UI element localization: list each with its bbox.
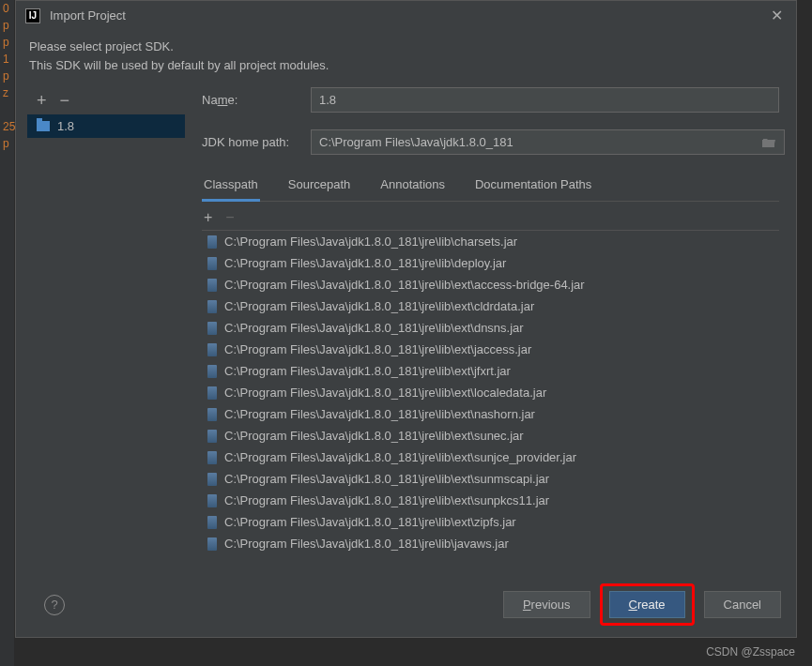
list-item[interactable]: C:\Program Files\Java\jdk1.8.0_181\jre\l… (202, 468, 779, 490)
cancel-button[interactable]: Cancel (704, 591, 781, 618)
name-row: Name: (202, 87, 779, 113)
jar-icon (207, 408, 217, 421)
list-item[interactable]: C:\Program Files\Java\jdk1.8.0_181\jre\l… (202, 425, 779, 447)
jar-path: C:\Program Files\Java\jdk1.8.0_181\jre\l… (224, 450, 576, 464)
list-item[interactable]: C:\Program Files\Java\jdk1.8.0_181\jre\l… (202, 511, 779, 533)
main-panel: Name: JDK home path: ClasspathSourcepath… (185, 87, 796, 572)
jar-path: C:\Program Files\Java\jdk1.8.0_181\jre\l… (224, 299, 534, 313)
help-icon[interactable]: ? (44, 595, 65, 615)
jdk-home-path-input[interactable] (311, 129, 785, 155)
sidebar-item-sdk[interactable]: 1.8 (27, 114, 185, 138)
sidebar-toolbar: + − (27, 87, 185, 114)
jar-icon (207, 257, 217, 270)
jar-icon (207, 494, 217, 507)
jar-icon (207, 235, 217, 249)
jar-path: C:\Program Files\Java\jdk1.8.0_181\jre\l… (224, 235, 517, 249)
jar-icon (207, 279, 217, 292)
tab-annotations[interactable]: Annotations (378, 172, 447, 201)
list-item[interactable]: C:\Program Files\Java\jdk1.8.0_181\jre\l… (202, 533, 779, 554)
tab-sourcepath[interactable]: Sourcepath (286, 172, 353, 201)
import-project-dialog: IJ Import Project ✕ Please select projec… (15, 0, 797, 638)
jar-path: C:\Program Files\Java\jdk1.8.0_181\jre\l… (224, 493, 549, 507)
jar-path: C:\Program Files\Java\jdk1.8.0_181\jre\l… (224, 256, 506, 270)
instructions-line-2: This SDK will be used by default by all … (29, 56, 783, 75)
jar-icon (207, 300, 217, 313)
jar-path: C:\Program Files\Java\jdk1.8.0_181\jre\l… (224, 321, 524, 335)
list-item[interactable]: C:\Program Files\Java\jdk1.8.0_181\jre\l… (202, 360, 779, 382)
jar-icon (207, 516, 217, 529)
jar-icon (207, 343, 217, 356)
sidebar-item-label: 1.8 (57, 119, 74, 133)
name-input[interactable] (311, 87, 779, 113)
tab-documentation-paths[interactable]: Documentation Paths (473, 172, 593, 201)
remove-sdk-button[interactable]: − (60, 91, 70, 111)
list-item[interactable]: C:\Program Files\Java\jdk1.8.0_181\jre\l… (202, 274, 779, 295)
browse-folder-icon[interactable] (758, 134, 779, 151)
app-icon: IJ (25, 8, 40, 23)
remove-classpath-button[interactable]: − (225, 209, 234, 226)
list-item[interactable]: C:\Program Files\Java\jdk1.8.0_181\jre\l… (202, 295, 779, 317)
jar-path: C:\Program Files\Java\jdk1.8.0_181\jre\l… (224, 407, 535, 421)
jar-path: C:\Program Files\Java\jdk1.8.0_181\jre\l… (224, 537, 509, 551)
create-highlight: Create (600, 583, 695, 626)
sdk-list: 1.8 (27, 114, 185, 572)
watermark: CSDN @Zsspace (706, 645, 795, 658)
path-label: JDK home path: (202, 135, 311, 149)
tabs: ClasspathSourcepathAnnotationsDocumentat… (202, 172, 779, 202)
name-label: Name: (202, 93, 311, 107)
jar-icon (207, 430, 217, 443)
create-button[interactable]: Create (609, 591, 685, 618)
instructions: Please select project SDK. This SDK will… (16, 30, 796, 87)
titlebar: IJ Import Project ✕ (16, 1, 796, 30)
jar-icon (207, 322, 217, 335)
jar-icon (207, 386, 217, 400)
list-item[interactable]: C:\Program Files\Java\jdk1.8.0_181\jre\l… (202, 490, 779, 511)
tab-classpath[interactable]: Classpath (202, 172, 260, 202)
close-icon[interactable]: ✕ (767, 7, 787, 24)
add-classpath-button[interactable]: + (204, 209, 212, 226)
jar-path: C:\Program Files\Java\jdk1.8.0_181\jre\l… (224, 386, 546, 400)
jar-path: C:\Program Files\Java\jdk1.8.0_181\jre\l… (224, 429, 524, 443)
jar-path: C:\Program Files\Java\jdk1.8.0_181\jre\l… (224, 364, 511, 378)
jar-path: C:\Program Files\Java\jdk1.8.0_181\jre\l… (224, 472, 549, 486)
dialog-title: Import Project (50, 8, 767, 23)
folder-icon (37, 121, 50, 131)
jar-icon (207, 451, 217, 464)
instructions-line-1: Please select project SDK. (29, 38, 783, 56)
list-item[interactable]: C:\Program Files\Java\jdk1.8.0_181\jre\l… (202, 382, 779, 403)
jar-path: C:\Program Files\Java\jdk1.8.0_181\jre\l… (224, 342, 531, 356)
jar-icon (207, 473, 217, 486)
list-item[interactable]: C:\Program Files\Java\jdk1.8.0_181\jre\l… (202, 447, 779, 468)
classpath-list[interactable]: C:\Program Files\Java\jdk1.8.0_181\jre\l… (202, 230, 779, 572)
path-row: JDK home path: (202, 129, 779, 155)
previous-button[interactable]: Previous (503, 591, 590, 618)
jar-path: C:\Program Files\Java\jdk1.8.0_181\jre\l… (224, 515, 516, 529)
footer: ? Previous Create Cancel (16, 572, 796, 637)
list-item[interactable]: C:\Program Files\Java\jdk1.8.0_181\jre\l… (202, 252, 779, 274)
sdk-sidebar: + − 1.8 (16, 87, 185, 572)
list-item[interactable]: C:\Program Files\Java\jdk1.8.0_181\jre\l… (202, 317, 779, 339)
list-item[interactable]: C:\Program Files\Java\jdk1.8.0_181\jre\l… (202, 231, 779, 252)
list-item[interactable]: C:\Program Files\Java\jdk1.8.0_181\jre\l… (202, 403, 779, 425)
list-item[interactable]: C:\Program Files\Java\jdk1.8.0_181\jre\l… (202, 339, 779, 360)
jar-icon (207, 537, 217, 551)
classpath-toolbar: + − (202, 205, 779, 230)
jar-path: C:\Program Files\Java\jdk1.8.0_181\jre\l… (224, 278, 585, 292)
add-sdk-button[interactable]: + (37, 91, 47, 111)
jar-icon (207, 365, 217, 378)
